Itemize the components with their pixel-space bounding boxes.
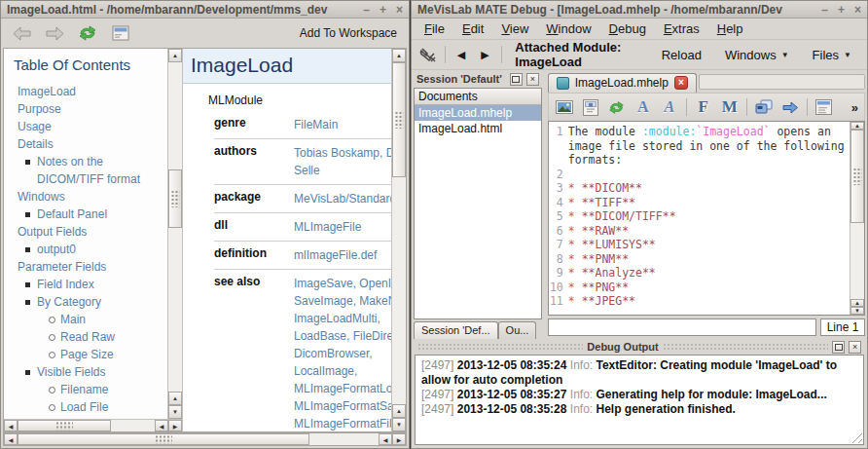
toc-item[interactable]: output0 — [14, 241, 167, 258]
toc-item[interactable]: Load File — [14, 398, 167, 416]
scroll-up-icon[interactable]: ▲ — [392, 404, 406, 418]
dock-float-icon[interactable] — [832, 341, 845, 354]
dock-close-icon[interactable]: × — [526, 73, 539, 86]
toc-item[interactable]: Purpose — [14, 100, 167, 118]
show-panel-icon[interactable] — [814, 97, 834, 117]
forward-icon[interactable] — [44, 23, 65, 43]
toc-item[interactable]: By Category — [14, 293, 167, 311]
close-button[interactable]: × — [396, 4, 403, 16]
toolbar-overflow-icon[interactable]: » — [851, 100, 858, 115]
doc-value-line[interactable]: LocalImage, — [294, 362, 391, 380]
menu-window[interactable]: Window — [537, 19, 599, 38]
attach-tool-icon[interactable] — [419, 45, 437, 64]
doc-value-line[interactable]: MLImageFormatLoad — [294, 380, 391, 397]
doc-value-line[interactable]: mlImageFile.def — [294, 246, 391, 264]
session-dock-header[interactable]: Session 'Default' × — [414, 70, 542, 88]
scroll-up-icon[interactable]: ▲ — [168, 49, 182, 62]
search-input[interactable] — [548, 318, 816, 336]
toc-item[interactable]: Usage — [14, 118, 167, 135]
copy-files-icon[interactable] — [754, 97, 774, 117]
doc-value-line[interactable]: LoadBase, FileDirec — [294, 327, 391, 345]
module-markup-icon[interactable]: M — [720, 97, 740, 117]
maximize-button[interactable]: + — [838, 4, 845, 16]
refresh-help-icon[interactable] — [607, 97, 627, 117]
mate-window-titlebar[interactable]: MeVisLab MATE Debug - [ImageLoad.mhelp -… — [412, 1, 867, 19]
scroll-left-icon[interactable]: ◀ — [155, 420, 168, 431]
toc-item[interactable]: Field Index — [14, 276, 167, 293]
menu-edit[interactable]: Edit — [453, 19, 492, 38]
doc-value-line[interactable]: FileMain — [294, 116, 391, 133]
toc-item[interactable]: Details — [14, 135, 167, 153]
scroll-left-icon[interactable]: ◀ — [4, 420, 18, 431]
insert-image-icon[interactable] — [555, 97, 574, 117]
editor-vertical-scrollbar[interactable]: ▲ ▲ ▼ — [850, 122, 864, 315]
menu-help[interactable]: Help — [708, 19, 752, 38]
document-horizontal-scrollbar[interactable]: ◀ ◀ ▶ — [3, 432, 407, 446]
scroll-left-icon[interactable]: ◀ — [4, 433, 18, 445]
doc-value-line[interactable]: MLImageFile — [294, 218, 391, 236]
toc-item[interactable]: Parameter Fields — [14, 258, 167, 276]
menu-extras[interactable]: Extras — [655, 19, 708, 38]
documents-header[interactable]: Documents — [415, 89, 541, 105]
maximize-button[interactable]: + — [380, 4, 386, 16]
toc-item[interactable]: Page Size — [14, 346, 167, 363]
minimize-button[interactable]: – — [363, 4, 370, 16]
toc-item[interactable]: Notes on the DICOM/TIFF format — [14, 153, 167, 188]
panel-view-icon[interactable] — [110, 23, 131, 43]
doc-value-line[interactable]: ImageLoadMulti, — [294, 310, 391, 327]
scroll-up-icon[interactable]: ▲ — [850, 122, 864, 130]
doc-value-line[interactable]: MLImageFormatFileC — [294, 415, 391, 431]
doc-value-line[interactable]: MeVisLab/Standard — [294, 190, 391, 207]
minimize-button[interactable]: – — [821, 4, 828, 16]
resize-grip[interactable] — [850, 430, 862, 443]
go-forward-icon[interactable] — [780, 97, 800, 117]
scroll-up-icon[interactable]: ▲ — [392, 49, 406, 62]
toc-item[interactable]: Windows — [14, 188, 167, 206]
toc-horizontal-scrollbar[interactable]: ◀ ◀ ▶ — [4, 419, 182, 431]
scroll-down-icon[interactable]: ▼ — [168, 405, 182, 419]
back-icon[interactable] — [11, 23, 32, 43]
scroll-right-icon[interactable]: ▶ — [392, 433, 406, 445]
document-list-item[interactable]: ImageLoad.html — [415, 121, 541, 136]
screenshot-page-icon[interactable] — [581, 97, 600, 117]
toc-item[interactable]: Read Raw — [14, 328, 167, 346]
toc-item[interactable]: Main — [14, 311, 167, 328]
document-vertical-scrollbar[interactable]: ▲ ▲ ▼ — [391, 49, 406, 431]
toc-item[interactable]: Visible Fields — [14, 363, 167, 381]
menu-view[interactable]: View — [492, 19, 537, 38]
toc-item[interactable]: ImageLoad — [14, 83, 167, 100]
text-editor[interactable]: 1The module :module:`ImageLoad` opens an… — [548, 121, 865, 316]
history-forward-icon[interactable]: ▶ — [477, 49, 492, 61]
menu-debug[interactable]: Debug — [600, 19, 655, 38]
dock-close-icon[interactable]: × — [849, 341, 861, 354]
toc-item[interactable]: Default Panel — [14, 206, 167, 223]
italic-text-icon[interactable]: A — [660, 97, 679, 117]
tab-close-icon[interactable]: × — [674, 76, 688, 90]
toc-vertical-scrollbar[interactable]: ▲ ▲ ▼ — [167, 49, 182, 419]
dock-tab[interactable]: Ou... — [498, 321, 537, 339]
field-markup-icon[interactable]: F — [694, 97, 713, 117]
bold-text-icon[interactable]: A — [633, 97, 653, 117]
add-to-workspace-button[interactable]: Add To Workspace — [300, 26, 399, 40]
dock-float-icon[interactable] — [510, 73, 523, 86]
history-back-icon[interactable]: ◀ — [453, 49, 469, 61]
refresh-icon[interactable] — [77, 23, 98, 43]
reload-button[interactable]: Reload — [654, 48, 709, 62]
scroll-up-icon[interactable]: ▲ — [850, 299, 864, 307]
tab-imageload-mhelp[interactable]: ImageLoad.mhelp × — [548, 73, 697, 93]
files-menu-button[interactable]: Files ▼ — [805, 48, 859, 62]
doc-value-line[interactable]: Tobias Boskamp, Di — [294, 144, 391, 162]
dock-tab[interactable]: Session 'Def... — [414, 321, 498, 339]
scroll-left-icon[interactable]: ◀ — [379, 433, 392, 445]
debug-log[interactable]: [2497] 2013-12-05 08:35:24 Info: TextEdi… — [415, 355, 864, 445]
doc-value-line[interactable]: MLImageFormatSave — [294, 397, 391, 415]
scroll-down-icon[interactable]: ▼ — [392, 418, 406, 431]
toc-item[interactable]: Output Fields — [14, 223, 167, 241]
doc-value-line[interactable]: DicomBrowser, — [294, 345, 391, 362]
doc-value-line[interactable]: Selle — [294, 162, 391, 179]
menu-file[interactable]: File — [416, 19, 453, 38]
document-list-item[interactable]: ImageLoad.mhelp — [415, 105, 541, 121]
scroll-right-icon[interactable]: ▶ — [168, 420, 182, 431]
doc-value-line[interactable]: SaveImage, MakeNa — [294, 292, 391, 310]
toc-item[interactable]: Filename — [14, 381, 167, 398]
